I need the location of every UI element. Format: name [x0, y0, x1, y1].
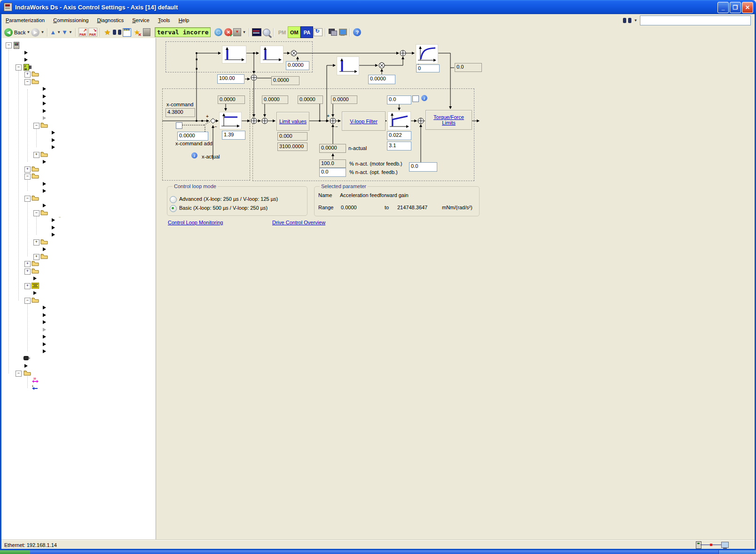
tree-item-data-reference-motor-encoder[interactable] — [0, 144, 155, 151]
tree-item-motor-control[interactable]: + — [0, 239, 155, 246]
advanced-mode-radio[interactable] — [170, 196, 177, 203]
tree-item-optional-encoder[interactable]: + — [0, 151, 155, 158]
torque-add-field[interactable]: 0.0 — [409, 162, 437, 172]
tree-item-torque-force-limits[interactable] — [0, 188, 155, 195]
torque-limits-block[interactable]: Torque/Force Limits — [425, 110, 472, 130]
tree-item-limit-values[interactable]: − — [0, 173, 155, 180]
acc-ff-smooth-field[interactable]: 0 — [416, 64, 440, 72]
tree-item-motor-temperature-monitoring[interactable] — [0, 93, 155, 100]
oscilloscope-button[interactable] — [252, 27, 261, 37]
clear-errors-button[interactable]: ✕ — [223, 27, 233, 37]
feedforward-smoothing-block[interactable] — [260, 46, 284, 63]
tree-item-compensation-functions-corrections[interactable]: + — [0, 253, 155, 261]
tree-item-motor-encoder[interactable] — [0, 129, 155, 136]
collapse-icon[interactable]: − — [24, 174, 31, 180]
restore-button[interactable]: ❐ — [730, 2, 741, 13]
start-button[interactable] — [0, 550, 30, 554]
tree-item-status-messages[interactable] — [0, 246, 155, 253]
tree-item-drive-integrated-safety-technology[interactable]: + — [0, 283, 155, 290]
tree-item-axis-14-default[interactable]: −FM — [0, 64, 155, 71]
menu-item-commissioning[interactable]: Commissioning — [49, 17, 93, 23]
vel-ff-scale-field[interactable]: 100.00 — [217, 74, 244, 84]
tree-item-drive-control[interactable]: − — [0, 195, 155, 202]
x-command-add-field[interactable]: 0.0000 — [177, 132, 208, 141]
tree-item-motor-encoder[interactable]: − — [0, 122, 155, 129]
velocity-feedforward-block[interactable] — [222, 46, 246, 63]
expand-icon[interactable]: + — [24, 283, 31, 289]
vel-cmd-add2-field[interactable]: 0.0000 — [298, 95, 323, 104]
navigate-up-button[interactable]: ▲▼ — [50, 27, 62, 37]
tree-item-analog-input-1-x32[interactable]: 1 — [0, 385, 155, 392]
download-to-drive-button[interactable]: ▼ — [233, 27, 247, 37]
tree-item-drive-integrated-command-value-generator[interactable] — [0, 319, 155, 326]
menu-item-help[interactable]: Help — [174, 17, 194, 23]
limit-values-block[interactable]: Limit values — [276, 112, 309, 131]
vel-cmd-add1-field[interactable]: 0.0000 — [262, 95, 288, 104]
n-actual-field[interactable]: 0.0000 — [319, 144, 346, 153]
n-act-opt-pct-field[interactable]: 0.0 — [319, 168, 346, 177]
tree-item-brake-check[interactable] — [0, 115, 155, 122]
expand-icon[interactable]: + — [24, 261, 31, 267]
tn-value-field[interactable]: 3.1 — [387, 142, 411, 150]
info-icon[interactable]: i — [191, 152, 197, 158]
tree-item-operation-modes-drive-halt[interactable]: + — [0, 261, 155, 268]
x-command-field[interactable]: 4.3800 — [165, 108, 195, 117]
tree-item-motor-encoder-extended[interactable] — [0, 137, 155, 144]
menu-item-service[interactable]: Service — [128, 17, 154, 23]
kv-gain-field[interactable]: 1.39 — [222, 131, 245, 140]
vel-limit-neg-field[interactable]: 0.000 — [277, 132, 307, 141]
search-input[interactable] — [640, 16, 751, 25]
tree-item-error-reaction[interactable]: + — [0, 268, 155, 275]
tree-item-frequency-response-analysis[interactable] — [0, 341, 155, 348]
control-loop-monitoring-link[interactable]: Control Loop Monitoring — [168, 220, 223, 225]
collapse-icon[interactable]: − — [24, 298, 31, 304]
save-parameters-button[interactable]: PAR↘ — [88, 27, 98, 37]
tree-item-easy-startup-mode[interactable] — [0, 304, 155, 311]
tree-item-master-communication[interactable] — [0, 49, 155, 56]
navigate-down-button[interactable]: ▼▼ — [62, 27, 73, 37]
tree-item-measuring-encoder[interactable] — [0, 356, 155, 363]
tree-item-control-loop-monitoring[interactable] — [0, 231, 155, 238]
windows-taskbar[interactable] — [0, 550, 756, 554]
acc-ff-gain-field[interactable]: 0.0000 — [368, 75, 395, 84]
close-button[interactable]: ✕ — [742, 2, 753, 13]
menu-item-parameterization[interactable]: Parameterization — [1, 17, 49, 23]
menu-item-diagnostics[interactable]: Diagnostics — [93, 17, 128, 23]
diagnostics-button[interactable] — [261, 27, 271, 37]
tree-item-scaling-mechanical-system[interactable]: + — [0, 166, 155, 173]
collapse-icon[interactable]: − — [24, 196, 31, 202]
parameter-list-button[interactable] — [122, 27, 132, 37]
tree-item-probe[interactable] — [0, 290, 155, 297]
forward-dropdown-icon[interactable]: ▼ — [40, 30, 44, 34]
help-button[interactable]: ? — [352, 27, 362, 37]
load-parameters-button[interactable]: PAR↗ — [78, 27, 88, 37]
vel-filter-checkbox[interactable] — [412, 95, 419, 102]
kp-value-field[interactable]: 0.022 — [387, 131, 411, 140]
menu-item-tools[interactable]: Tools — [154, 17, 174, 23]
tree-item-motor-temperature-model[interactable] — [0, 100, 155, 107]
torque-ff-monitor-field[interactable]: 0.0 — [455, 63, 482, 72]
forward-button[interactable]: ▶ ▼ — [31, 27, 45, 37]
tree-item-position-switch-point[interactable] — [0, 158, 155, 166]
find-icon[interactable] — [623, 18, 631, 24]
tree-item-drive-control-overview[interactable] — [0, 202, 155, 209]
vloop-filter-block[interactable]: V-loop Filter — [342, 111, 386, 131]
favorites-button[interactable]: ★ — [102, 27, 112, 37]
tree-item-power-supply[interactable] — [0, 56, 155, 63]
refresh-connection-button[interactable] — [213, 27, 223, 37]
expand-icon[interactable]: + — [24, 166, 31, 173]
network-settings-button[interactable] — [338, 27, 347, 37]
tree-item-parameter-set-switching[interactable] — [0, 275, 155, 282]
basic-mode-radio[interactable] — [170, 205, 177, 212]
collapse-icon[interactable]: − — [16, 371, 22, 377]
tree-item-brake[interactable] — [0, 108, 155, 115]
tree-item-indradrive-14-default[interactable]: − — [0, 42, 155, 49]
parameter-search-button[interactable] — [112, 27, 122, 37]
compare-devices-button[interactable] — [328, 27, 338, 37]
expand-icon[interactable]: + — [24, 71, 31, 78]
tree-item-motion-limit-values[interactable] — [0, 181, 155, 188]
pos-loop-monitor-field[interactable]: 0.0000 — [218, 95, 245, 104]
collapse-icon[interactable]: − — [33, 123, 39, 129]
tree-item-motor-brake-measuring-systems[interactable]: − — [0, 79, 155, 86]
tree-item-optimization-commissioning[interactable]: − — [0, 297, 155, 304]
